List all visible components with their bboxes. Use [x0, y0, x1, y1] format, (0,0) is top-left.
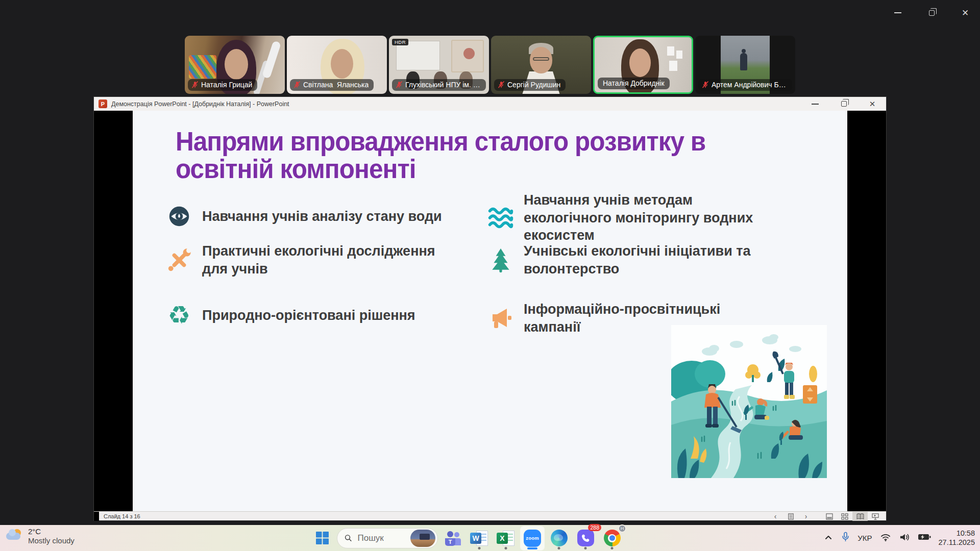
powerpoint-titlebar[interactable]: P Демонстрація PowerPoint - [Добриднік Н… — [94, 97, 886, 111]
viber-icon — [577, 530, 594, 546]
word-icon: W — [470, 530, 488, 547]
svg-text:T: T — [449, 539, 452, 545]
slide-sorter-icon[interactable] — [837, 512, 852, 521]
restore-icon[interactable] — [837, 98, 850, 110]
video-gallery-strip: Наталія Грицай Світлана Яланська HDR Глу… — [185, 36, 795, 94]
tray-battery-icon[interactable] — [918, 533, 931, 543]
participant-name: Сергій Рудишин — [507, 81, 560, 89]
participant-name: Наталія Грицай — [201, 81, 252, 89]
tree-icon — [486, 245, 516, 275]
taskbar-app-teams[interactable]: T — [441, 527, 464, 550]
hdr-badge: HDR — [392, 39, 408, 45]
participant-tile-active-speaker[interactable]: Наталія Добриднік — [593, 36, 693, 94]
next-slide-icon[interactable]: › — [798, 512, 814, 521]
window-title: Демонстрація PowerPoint - [Добриднік Нат… — [111, 101, 289, 108]
zoom-icon: zoom — [524, 530, 541, 547]
muted-mic-icon — [191, 81, 199, 88]
participant-name-pill: Сергій Рудишин — [494, 79, 566, 91]
excel-icon: X — [497, 530, 515, 547]
weather-condition: Mostly cloudy — [28, 536, 75, 545]
reading-view-icon[interactable] — [852, 512, 868, 521]
participant-name-pill: Глухівський НПУ ім. Д... — [392, 79, 486, 91]
bullet-item: Учнівські екологічні ініціативи та волон… — [486, 242, 779, 278]
slideshow-area: Напрями впровадження сталого розвитку в … — [94, 111, 886, 511]
tray-volume-icon[interactable] — [899, 533, 910, 544]
taskbar-app-excel[interactable]: X — [494, 527, 518, 550]
close-icon[interactable]: ✕ — [866, 98, 879, 110]
close-icon[interactable]: ✕ — [955, 5, 975, 20]
start-button[interactable] — [310, 527, 334, 550]
search-daily-image[interactable] — [410, 530, 436, 547]
bullet-text: Практичні екологічні дослідження для учн… — [202, 242, 457, 278]
participant-tile[interactable]: Наталія Грицай — [185, 36, 285, 94]
viber-unread-badge: 288 — [588, 524, 601, 531]
participant-name-pill: Наталія Грицай — [188, 79, 257, 91]
slide-menu-icon[interactable] — [783, 512, 798, 521]
bullet-text: Навчання учнів аналізу стану води — [202, 208, 457, 226]
running-indicator — [478, 547, 481, 549]
taskbar: 2°C Mostly cloudy T W — [0, 525, 980, 551]
tray-date: 27.11.2025 — [939, 538, 975, 547]
tray-microphone-icon[interactable] — [841, 532, 850, 545]
muted-mic-icon — [396, 81, 403, 88]
bullet-text: Навчання учнів методам екологічного моні… — [524, 191, 779, 244]
participant-name: Наталія Добриднік — [603, 79, 665, 87]
bullet-item: Навчання учнів аналізу стану води — [164, 202, 457, 231]
chrome-icon — [604, 530, 621, 546]
recycle-icon: ♻ — [164, 300, 194, 330]
weather-icon — [6, 529, 23, 544]
weather-widget[interactable]: 2°C Mostly cloudy — [6, 527, 75, 545]
running-indicator — [558, 547, 560, 549]
restore-icon[interactable] — [922, 5, 941, 20]
eye-water-icon — [164, 202, 194, 231]
bullet-item: Практичні екологічні дослідження для учн… — [164, 242, 457, 278]
slide-counter: Слайд 14 з 16 — [104, 513, 140, 519]
participant-video — [189, 55, 216, 79]
muted-mic-icon — [702, 81, 709, 88]
previous-slide-icon[interactable]: ‹ — [768, 512, 783, 521]
taskbar-app-edge[interactable] — [547, 527, 571, 550]
powerpoint-window: P Демонстрація PowerPoint - [Добриднік Н… — [94, 97, 886, 520]
running-indicator — [611, 547, 614, 549]
taskbar-app-word[interactable]: W — [468, 527, 491, 550]
desktop: ✕ Наталія Грицай Світлана Яланська HDR — [0, 0, 980, 551]
active-app-indicator — [527, 547, 537, 549]
taskbar-app-zoom[interactable]: zoom — [521, 527, 544, 550]
taskbar-search[interactable] — [337, 528, 438, 548]
tray-clock[interactable]: 10:58 27.11.2025 — [939, 529, 975, 547]
normal-view-icon[interactable] — [822, 512, 837, 521]
slide[interactable]: Напрями впровадження сталого розвитку в … — [133, 111, 847, 511]
participant-tile[interactable]: Артем Андрійович Бе... — [695, 36, 795, 94]
illustration-people-planting — [671, 325, 827, 478]
participant-tile[interactable]: Сергій Рудишин — [491, 36, 591, 94]
bullet-item: Навчання учнів методам екологічного моні… — [486, 191, 779, 244]
tray-wifi-icon[interactable] — [880, 533, 891, 544]
powerpoint-icon: P — [99, 99, 107, 108]
teams-icon: T — [444, 530, 461, 546]
weather-temperature: 2°C — [28, 527, 75, 536]
tray-language[interactable]: УКР — [857, 534, 872, 542]
search-icon — [345, 534, 352, 542]
tray-chevron-up-icon[interactable] — [823, 533, 834, 544]
search-input[interactable] — [357, 533, 406, 544]
muted-mic-icon — [498, 81, 505, 88]
tray-time: 10:58 — [939, 529, 975, 538]
muted-mic-icon — [293, 81, 301, 88]
participant-name-pill: Наталія Добриднік — [598, 78, 670, 89]
slideshow-icon[interactable] — [868, 512, 883, 521]
bullet-item: ♻ Природно-орієнтовані рішення — [164, 300, 457, 330]
participant-tile[interactable]: Світлана Яланська — [287, 36, 387, 94]
screen-window-controls: ✕ — [888, 5, 975, 20]
participant-name: Артем Андрійович Бе... — [712, 81, 787, 89]
chrome-profile-badge: H — [618, 524, 626, 533]
taskbar-app-chrome[interactable]: H — [600, 527, 624, 550]
participant-tile[interactable]: HDR Глухівський НПУ ім. Д... — [389, 36, 489, 94]
edge-icon — [551, 530, 568, 546]
minimize-icon[interactable] — [808, 98, 822, 110]
powerpoint-statusbar: Слайд 14 з 16 ‹ › — [94, 511, 886, 520]
megaphone-icon — [486, 304, 516, 333]
participant-name-pill: Світлана Яланська — [290, 79, 374, 91]
minimize-icon[interactable] — [888, 5, 908, 20]
taskbar-app-viber[interactable]: 288 — [574, 527, 597, 550]
participant-name-pill: Артем Андрійович Бе... — [698, 79, 792, 91]
